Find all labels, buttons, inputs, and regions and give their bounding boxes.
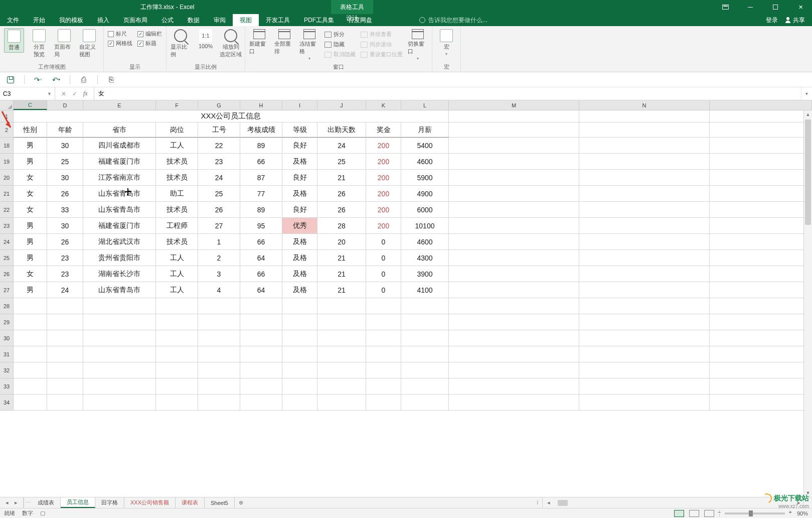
data-cell[interactable]: 4300 <box>401 250 449 266</box>
row-header[interactable]: 25 <box>0 250 14 266</box>
cell[interactable] <box>240 362 282 378</box>
switch-windows-button[interactable]: 切换窗口▾ <box>408 28 428 62</box>
row-header[interactable]: 19 <box>0 154 14 170</box>
cell[interactable] <box>156 378 198 395</box>
data-cell[interactable]: 技术员 <box>156 154 198 170</box>
cell[interactable] <box>579 234 710 250</box>
page-layout-button[interactable]: 页面布局 <box>54 28 74 59</box>
cell[interactable] <box>198 362 240 378</box>
data-cell[interactable]: 女 <box>14 266 47 282</box>
data-cell[interactable]: 6000 <box>401 202 449 218</box>
data-cell[interactable]: 优秀 <box>282 218 317 234</box>
cell[interactable] <box>579 170 710 186</box>
name-box[interactable]: C3 ▼ <box>0 87 55 100</box>
cell[interactable] <box>449 266 579 282</box>
cell[interactable] <box>282 362 317 378</box>
hscroll-right[interactable]: ▸ <box>795 499 803 506</box>
row-header[interactable]: 24 <box>0 234 14 250</box>
reset-window-button[interactable]: 重设窗口位置 <box>361 50 403 59</box>
cell[interactable] <box>156 298 198 314</box>
data-cell[interactable]: 26 <box>198 202 240 218</box>
new-window-button[interactable]: 新建窗口 <box>249 28 269 56</box>
data-cell[interactable]: 26 <box>47 186 83 202</box>
data-cell[interactable]: 95 <box>240 218 282 234</box>
cell[interactable] <box>710 138 812 154</box>
cell[interactable] <box>579 362 710 378</box>
data-cell[interactable]: 贵州省贵阳市 <box>83 250 156 266</box>
cell[interactable] <box>240 298 282 314</box>
col-header-J[interactable]: J <box>317 100 366 110</box>
data-cell[interactable]: 200 <box>366 218 401 234</box>
data-cell[interactable]: 64 <box>240 250 282 266</box>
data-cell[interactable]: 5400 <box>401 138 449 154</box>
data-cell[interactable]: 四川省成都市 <box>83 138 156 154</box>
cell[interactable] <box>579 330 710 346</box>
sheet-nav-first[interactable]: ◂ <box>3 499 11 507</box>
cell[interactable] <box>710 298 812 314</box>
title-cell[interactable]: XXX公司员工信息 <box>14 110 449 122</box>
data-cell[interactable]: 24 <box>47 282 83 298</box>
expand-formula-bar[interactable]: ▾ <box>801 87 812 100</box>
data-cell[interactable]: 湖北省武汉市 <box>83 234 156 250</box>
freeze-panes-button[interactable]: 冻结窗格▾ <box>299 28 319 62</box>
row-header[interactable]: 22 <box>0 202 14 218</box>
data-cell[interactable]: 89 <box>240 138 282 154</box>
data-cell[interactable]: 33 <box>47 202 83 218</box>
data-cell[interactable]: 200 <box>366 138 401 154</box>
data-cell[interactable]: 23 <box>198 154 240 170</box>
cell[interactable] <box>47 330 83 346</box>
cell[interactable] <box>14 362 47 378</box>
cell[interactable] <box>579 186 710 202</box>
tell-me-search[interactable]: 告诉我您想要做什么... <box>419 14 488 26</box>
data-cell[interactable]: 4100 <box>401 282 449 298</box>
cell[interactable] <box>47 395 83 411</box>
data-cell[interactable]: 21 <box>317 266 366 282</box>
cell[interactable] <box>317 330 366 346</box>
data-cell[interactable]: 及格 <box>282 266 317 282</box>
cell[interactable] <box>317 298 366 314</box>
cell[interactable] <box>449 250 579 266</box>
zoom-to-selection-button[interactable]: 缩放到 选定区域 <box>221 28 241 59</box>
data-cell[interactable]: 3 <box>198 266 240 282</box>
cell[interactable] <box>449 218 579 234</box>
data-cell[interactable]: 及格 <box>282 250 317 266</box>
data-cell[interactable]: 工人 <box>156 250 198 266</box>
cell[interactable] <box>449 202 579 218</box>
cell[interactable] <box>366 362 401 378</box>
data-cell[interactable]: 技术员 <box>156 202 198 218</box>
view-side-by-side-button[interactable]: 并排查看 <box>361 30 403 39</box>
cell[interactable] <box>449 138 579 154</box>
cell[interactable] <box>710 170 812 186</box>
cell[interactable] <box>198 378 240 395</box>
cell[interactable] <box>579 154 710 170</box>
data-cell[interactable]: 4600 <box>401 234 449 250</box>
row-header[interactable]: 27 <box>0 282 14 298</box>
data-cell[interactable]: 25 <box>47 154 83 170</box>
cell[interactable] <box>14 314 47 330</box>
cell[interactable] <box>579 314 710 330</box>
col-header-D[interactable]: D <box>47 100 83 110</box>
cell[interactable] <box>240 395 282 411</box>
data-cell[interactable]: 3900 <box>401 266 449 282</box>
data-cell[interactable]: 26 <box>317 202 366 218</box>
row-header[interactable]: 30 <box>0 330 14 346</box>
data-cell[interactable]: 1 <box>198 234 240 250</box>
touch-mode-button[interactable]: ⎙ <box>79 75 88 84</box>
data-cell[interactable]: 男 <box>14 138 47 154</box>
header-cell[interactable]: 考核成绩 <box>240 122 282 138</box>
cell[interactable] <box>449 330 579 346</box>
row-header[interactable]: 31 <box>0 346 14 362</box>
split-button[interactable]: 拆分 <box>324 30 356 39</box>
cell[interactable] <box>47 362 83 378</box>
sync-scroll-button[interactable]: 同步滚动 <box>361 40 403 49</box>
page-layout-view-status[interactable] <box>689 510 699 517</box>
cell[interactable] <box>401 362 449 378</box>
col-header-M[interactable]: M <box>449 100 579 110</box>
cell[interactable] <box>47 346 83 362</box>
data-cell[interactable]: 21 <box>317 170 366 186</box>
cell[interactable] <box>579 202 710 218</box>
col-header-H[interactable]: H <box>240 100 282 110</box>
cell[interactable] <box>710 282 812 298</box>
vertical-scrollbar[interactable]: ▲ ▼ <box>803 110 812 497</box>
row-header[interactable]: 2 <box>0 122 14 138</box>
